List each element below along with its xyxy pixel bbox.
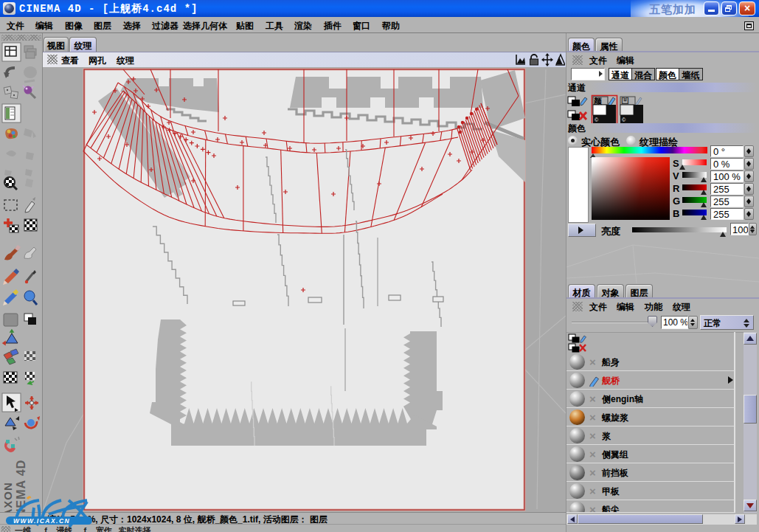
svg-text:©: ©	[595, 117, 599, 122]
svg-text:颜: 颜	[593, 97, 603, 106]
svg-text:©: ©	[622, 117, 626, 122]
svg-text:凹: 凹	[621, 97, 629, 106]
